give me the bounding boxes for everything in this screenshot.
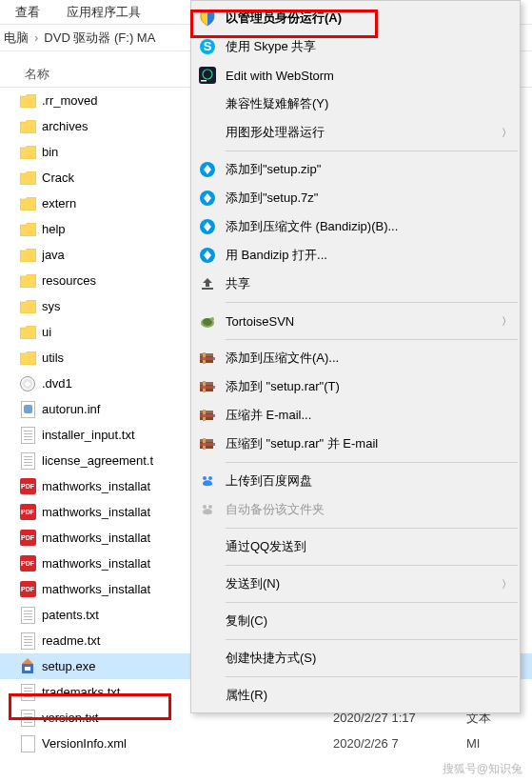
menu-label: 属性(R) [226, 687, 512, 704]
toolbar-view[interactable]: 查看 [15, 4, 40, 21]
menu-item[interactable]: 添加到压缩文件(A)... [191, 344, 520, 372]
svg-rect-5 [201, 80, 207, 82]
svg-point-13 [210, 317, 214, 321]
tortoise-icon [197, 311, 218, 331]
xml-icon [19, 735, 36, 752]
menu-label: 压缩到 "setup.rar" 并 E-mail [226, 435, 512, 452]
svg-point-32 [203, 505, 207, 509]
menu-item[interactable]: 发送到(N)〉 [191, 570, 520, 598]
svg-rect-29 [200, 443, 215, 446]
menu-label: 添加到压缩文件 (Bandizip)(B)... [226, 218, 512, 235]
webstorm-icon [197, 65, 218, 86]
menu-label: 压缩并 E-mail... [226, 407, 512, 424]
watermark: 搜狐号@知识兔 [439, 760, 526, 778]
none-icon [197, 122, 218, 143]
pdf-icon: PDF [19, 504, 36, 521]
pdf-icon: PDF [19, 555, 36, 572]
skype-icon: S [197, 36, 218, 57]
folder-icon [19, 272, 36, 290]
bandi-icon [197, 245, 218, 266]
svg-point-33 [208, 505, 212, 509]
menu-item[interactable]: 添加到压缩文件 (Bandizip)(B)... [191, 212, 520, 241]
svg-rect-15 [200, 353, 213, 356]
menu-item[interactable]: 创建快捷方式(S) [191, 644, 520, 672]
folder-icon [19, 195, 36, 212]
folder-icon [19, 324, 36, 341]
menu-item[interactable]: 添加到"setup.zip" [191, 155, 520, 184]
menu-separator [226, 462, 518, 463]
menu-label: 创建快捷方式(S) [226, 650, 512, 667]
baidu-gray-icon [197, 499, 218, 520]
winrar-icon [197, 376, 218, 397]
menu-item[interactable]: 上传到百度网盘 [191, 467, 520, 495]
folder-icon [19, 221, 36, 238]
file-name: VersionInfo.xml [42, 736, 333, 751]
none-icon [197, 648, 218, 669]
menu-item[interactable]: 属性(R) [191, 681, 520, 710]
txt-icon [19, 710, 36, 727]
inf-icon [19, 401, 36, 418]
txt-icon [19, 452, 36, 470]
folder-icon [19, 92, 36, 110]
menu-item[interactable]: 添加到"setup.7z" [191, 184, 520, 212]
bandi-icon [197, 216, 218, 237]
menu-label: 以管理员身份运行(A) [226, 10, 512, 27]
menu-label: Edit with WebStorm [226, 69, 512, 83]
menu-item[interactable]: 通过QQ发送到 [191, 532, 520, 561]
txt-icon [19, 632, 36, 650]
folder-icon [19, 247, 36, 264]
crumb-pc[interactable]: 电脑 [4, 30, 29, 47]
svg-rect-19 [200, 382, 213, 385]
menu-item[interactable]: 以管理员身份运行(A) [191, 4, 520, 32]
menu-label: 通过QQ发送到 [226, 538, 512, 555]
chevron-right-icon: 〉 [502, 126, 512, 140]
menu-item[interactable]: 用 Bandizip 打开... [191, 241, 520, 270]
menu-item[interactable]: 压缩并 E-mail... [191, 401, 520, 430]
pdf-icon: PDF [19, 478, 36, 495]
menu-item[interactable]: 共享 [191, 270, 520, 298]
menu-label: 共享 [226, 275, 512, 292]
menu-item[interactable]: 压缩到 "setup.rar" 并 E-mail [191, 430, 520, 458]
menu-item[interactable]: S使用 Skype 共享 [191, 32, 520, 61]
menu-item[interactable]: Edit with WebStorm [191, 61, 520, 90]
menu-label: 自动备份该文件夹 [226, 501, 512, 518]
svg-rect-10 [202, 288, 213, 290]
chevron-right-icon: › [34, 30, 38, 45]
bandi-icon [197, 159, 218, 180]
menu-separator [226, 302, 518, 303]
menu-label: 发送到(N) [226, 575, 502, 592]
svg-text:S: S [204, 39, 212, 53]
folder-icon [19, 298, 36, 315]
menu-item[interactable]: 兼容性疑难解答(Y) [191, 90, 520, 118]
baidu-icon [197, 471, 218, 491]
pdf-icon: PDF [19, 581, 36, 598]
winrar-icon [197, 433, 218, 454]
menu-label: 上传到百度网盘 [226, 472, 512, 490]
file-row[interactable]: VersionInfo.xml2020/2/26 7MI [0, 731, 532, 756]
chevron-right-icon: 〉 [502, 577, 512, 592]
winrar-icon [197, 348, 218, 369]
menu-item[interactable]: 用图形处理器运行〉 [191, 118, 520, 147]
svg-rect-27 [200, 439, 213, 442]
menu-label: TortoiseSVN [226, 314, 502, 329]
menu-label: 添加到 "setup.rar"(T) [226, 378, 512, 395]
menu-label: 用 Bandizip 打开... [226, 247, 512, 264]
menu-separator [226, 528, 518, 529]
svg-point-31 [208, 476, 212, 480]
disc-icon [19, 375, 36, 392]
folder-icon [19, 144, 36, 161]
svg-rect-25 [200, 414, 215, 417]
menu-label: 添加到"setup.7z" [226, 190, 512, 207]
menu-label: 兼容性疑难解答(Y) [226, 95, 512, 112]
menu-separator [226, 150, 518, 151]
winrar-icon [197, 405, 218, 426]
menu-item[interactable]: 添加到 "setup.rar"(T) [191, 372, 520, 401]
share-icon [197, 273, 218, 294]
toolbar-apptools[interactable]: 应用程序工具 [67, 4, 141, 21]
menu-item[interactable]: 复制(C) [191, 607, 520, 635]
none-icon [197, 611, 218, 632]
menu-item: 自动备份该文件夹 [191, 495, 520, 524]
crumb-drive[interactable]: DVD 驱动器 (F:) MA [44, 30, 155, 47]
menu-item[interactable]: TortoiseSVN〉 [191, 307, 520, 335]
folder-icon [19, 118, 36, 135]
